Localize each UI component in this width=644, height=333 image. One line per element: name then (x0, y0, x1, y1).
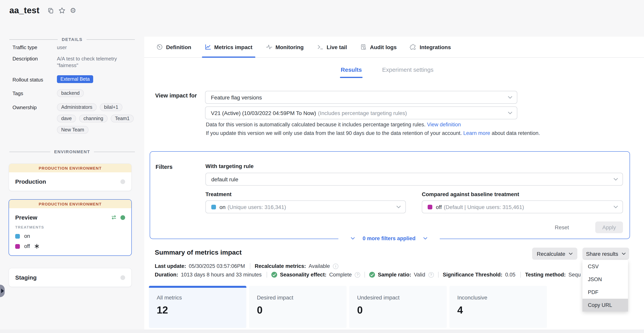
question-icon[interactable]: ? (355, 272, 360, 278)
view-definition-link[interactable]: View definition (427, 122, 461, 128)
version-auto-note: Data for this version is automatically c… (206, 122, 461, 128)
testing-method-label: Testing method: (525, 272, 566, 278)
environment-name: Production (15, 178, 46, 185)
menu-item-json[interactable]: JSON (582, 273, 628, 286)
environment-name: Staging (15, 274, 37, 281)
owner-pill[interactable]: dave (57, 114, 76, 122)
menu-item-csv[interactable]: CSV (582, 260, 628, 273)
baseline-select-detail: (Default | Unique users: 315,461) (444, 204, 524, 210)
subtab-results[interactable]: Results (341, 66, 362, 78)
tab-audit-logs[interactable]: Audit logs (360, 37, 397, 57)
tab-live-tail[interactable]: Live tail (317, 37, 347, 57)
tab-bar: Definition Metrics impact Monitoring Liv… (144, 37, 644, 58)
sample-ratio-label: Sample ratio: (378, 272, 411, 278)
share-results-button[interactable]: Share results (582, 248, 629, 260)
metric-card-desired-impact[interactable]: Desired impact 0 (249, 286, 346, 328)
description-label: Description (12, 56, 57, 69)
default-treatment-asterisk-icon (34, 244, 39, 249)
environment-status-dot (120, 179, 125, 184)
traffic-type-value: user (57, 44, 135, 51)
treatment-name: off (24, 243, 30, 249)
environment-card-staging[interactable]: Staging (8, 268, 132, 287)
apply-button[interactable]: Apply (595, 222, 623, 233)
gear-icon[interactable]: ⚙ (70, 7, 76, 14)
owner-pill[interactable]: bilal+1 (100, 103, 122, 111)
more-filters-toggle[interactable]: 0 more filters applied (338, 234, 440, 242)
tab-metrics-impact[interactable]: Metrics impact (204, 37, 252, 57)
integrations-icon (410, 44, 416, 50)
tab-integrations[interactable]: Integrations (410, 37, 451, 57)
metric-card-inconclusive[interactable]: Inconclusive 4 (450, 286, 547, 328)
description-row: Description A/A test to check telemetry … (12, 56, 137, 69)
duration-value: 1013 days 8 hours and 33 minutes (181, 272, 262, 278)
learn-more-link[interactable]: Learn more (463, 130, 490, 136)
impact-scope-select[interactable]: Feature flag versions (205, 91, 517, 104)
rollout-status-badge[interactable]: External Beta (57, 75, 93, 83)
rollout-status-row: Rollout status External Beta (12, 75, 137, 83)
filters-title: Filters (156, 164, 172, 170)
environment-status-dot-active (120, 215, 125, 220)
star-icon[interactable] (58, 7, 66, 14)
owner-pill[interactable]: New Team (57, 126, 88, 134)
copy-icon[interactable] (48, 7, 54, 14)
treatment-name: on (24, 233, 30, 239)
treatment-select-value: on (220, 204, 226, 210)
environment-section-label: ENVIRONMENT (54, 149, 90, 154)
treatment-on-swatch (15, 234, 20, 238)
tab-label: Audit logs (370, 44, 397, 50)
question-icon[interactable]: ? (428, 272, 434, 278)
swap-treatments-icon[interactable] (111, 215, 117, 220)
chevron-down-icon (622, 252, 626, 255)
info-icon[interactable]: i (333, 264, 338, 269)
menu-item-pdf[interactable]: PDF (582, 286, 628, 299)
metrics-impact-icon (204, 44, 211, 50)
tab-definition[interactable]: Definition (156, 37, 191, 57)
recalculate-metrics-label: Recalculate metrics: (255, 263, 306, 269)
recalculate-button[interactable]: Recalculate (532, 248, 577, 260)
owner-pill[interactable]: Administrators (57, 103, 97, 111)
tag-pill[interactable]: backend (57, 89, 84, 97)
sidebar: aa_test ⚙ DETAILS Traffic type user Desc… (0, 0, 144, 333)
treatment-select[interactable]: on (Unique users: 316,341) (206, 200, 406, 213)
tab-label: Metrics impact (214, 44, 252, 50)
owner-pill[interactable]: Team1 (111, 114, 134, 122)
live-tail-icon (317, 44, 324, 50)
version-value: V21 (Active) (10/03/2022 04:59PM To Now) (211, 110, 316, 116)
environment-card-preview[interactable]: PRODUCTION ENVIRONMENT Preview TREATMENT… (8, 199, 132, 256)
chevron-down-icon (423, 237, 427, 240)
menu-item-copy-url[interactable]: Copy URL (582, 299, 628, 312)
impact-scope-value: Feature flag versions (211, 94, 262, 100)
reset-button[interactable]: Reset (555, 224, 569, 230)
chevron-down-icon (351, 237, 355, 240)
subtab-experiment-settings[interactable]: Experiment settings (382, 66, 433, 78)
sidebar-collapse-handle[interactable] (0, 285, 5, 297)
metrics-impact-panel: Results Experiment settings View impact … (144, 58, 644, 330)
version-auto-note-text: Data for this version is automatically c… (206, 122, 426, 128)
share-results-menu: CSV JSON PDF Copy URL (582, 260, 628, 312)
metric-summary-cards: All metrics 12 Desired impact 0 Undesire… (149, 286, 547, 328)
version-select[interactable]: V21 (Active) (10/03/2022 04:59PM To Now)… (205, 106, 517, 119)
metric-card-label: Undesired impact (357, 294, 439, 301)
chevron-down-icon (396, 206, 401, 208)
page-title: aa_test (9, 6, 39, 16)
environment-card-production[interactable]: PRODUCTION ENVIRONMENT Production (8, 164, 132, 191)
summary-title: Summary of metrics impact (155, 249, 242, 256)
data-retention-note: If you update this version we will only … (206, 130, 540, 136)
data-retention-note-suffix: about data retention. (492, 130, 540, 136)
metric-card-undesired-impact[interactable]: Undesired impact 0 (349, 286, 447, 328)
targeting-rule-select[interactable]: default rule (206, 173, 623, 186)
summary-meta-row-2: Duration: 1013 days 8 hours and 33 minut… (155, 272, 581, 278)
meta-separator (364, 272, 365, 278)
details-list: Traffic type user Description A/A test t… (12, 44, 137, 138)
owner-pill[interactable]: channing (79, 114, 108, 122)
recalculate-metrics-value: Available (308, 263, 330, 269)
metric-card-label: All metrics (157, 294, 238, 301)
baseline-select[interactable]: off (Default | Unique users: 315,461) (422, 200, 623, 213)
traffic-type-row: Traffic type user (12, 44, 137, 51)
sub-tab-bar: Results Experiment settings (144, 66, 630, 78)
tab-monitoring[interactable]: Monitoring (266, 37, 304, 57)
ownership-label: Ownership (12, 103, 57, 134)
significance-value: 0.05 (505, 272, 516, 278)
share-results-button-label: Share results (586, 250, 618, 257)
metric-card-all-metrics[interactable]: All metrics 12 (149, 286, 246, 328)
